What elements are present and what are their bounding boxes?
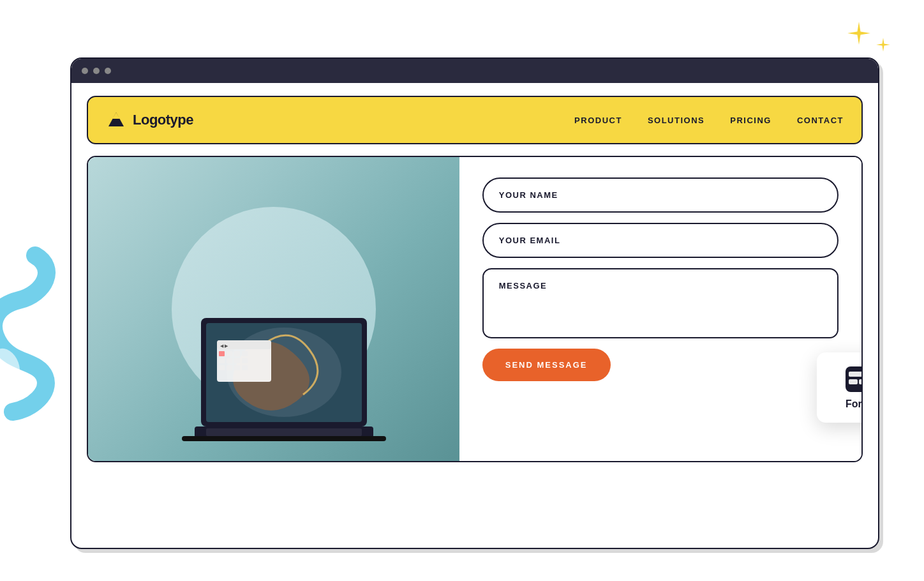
svg-rect-27 — [234, 365, 240, 370]
svg-rect-26 — [227, 365, 232, 370]
message-input[interactable] — [482, 268, 838, 338]
logo-text: Logotype — [133, 112, 193, 128]
email-input[interactable] — [482, 223, 838, 258]
svg-rect-22 — [227, 358, 232, 363]
form-widget-icon — [844, 365, 863, 393]
window-dot-1 — [82, 68, 88, 74]
window-dot-3 — [105, 68, 111, 74]
contact-form: SEND MESSAGE Form — [459, 157, 861, 461]
svg-rect-34 — [849, 379, 858, 384]
form-widget-card: Form — [817, 352, 863, 423]
nav-solutions[interactable]: SOLUTIONS — [648, 116, 704, 125]
nav-pricing[interactable]: PRICING — [730, 116, 771, 125]
svg-rect-31 — [206, 428, 362, 436]
svg-rect-18 — [227, 351, 232, 356]
svg-rect-30 — [182, 436, 386, 441]
name-input[interactable] — [482, 177, 838, 213]
laptop-image: ◀ ▶ — [182, 312, 386, 455]
svg-rect-21 — [219, 358, 225, 363]
sparkle-small-icon — [876, 37, 891, 52]
browser-titlebar — [71, 59, 878, 83]
svg-rect-35 — [859, 379, 863, 384]
browser-window: Logotype PRODUCT SOLUTIONS PRICING CONTA… — [70, 57, 879, 549]
blue-swirl-decoration — [0, 243, 57, 421]
svg-rect-20 — [242, 351, 248, 356]
svg-rect-33 — [849, 372, 863, 377]
main-content: ◀ ▶ — [87, 156, 863, 462]
navbar: Logotype PRODUCT SOLUTIONS PRICING CONTA… — [87, 96, 863, 144]
form-widget-label: Form — [846, 398, 863, 410]
logo-area[interactable]: Logotype — [106, 110, 193, 130]
svg-text:◀ ▶: ◀ ▶ — [220, 343, 228, 348]
window-dot-2 — [93, 68, 100, 74]
nav-product[interactable]: PRODUCT — [574, 116, 622, 125]
nav-links: PRODUCT SOLUTIONS PRICING CONTACT — [574, 116, 844, 125]
svg-rect-17 — [219, 351, 225, 356]
send-message-button[interactable]: SEND MESSAGE — [482, 349, 611, 381]
svg-rect-28 — [242, 365, 248, 370]
svg-rect-24 — [242, 358, 248, 363]
svg-rect-23 — [234, 358, 240, 363]
svg-rect-19 — [234, 351, 240, 356]
nav-contact[interactable]: CONTACT — [797, 116, 844, 125]
hero-image-area: ◀ ▶ — [88, 157, 459, 461]
browser-content: Logotype PRODUCT SOLUTIONS PRICING CONTA… — [71, 83, 878, 475]
logo-icon — [106, 110, 126, 130]
svg-rect-25 — [219, 365, 225, 370]
sparkle-large-icon — [846, 20, 872, 46]
